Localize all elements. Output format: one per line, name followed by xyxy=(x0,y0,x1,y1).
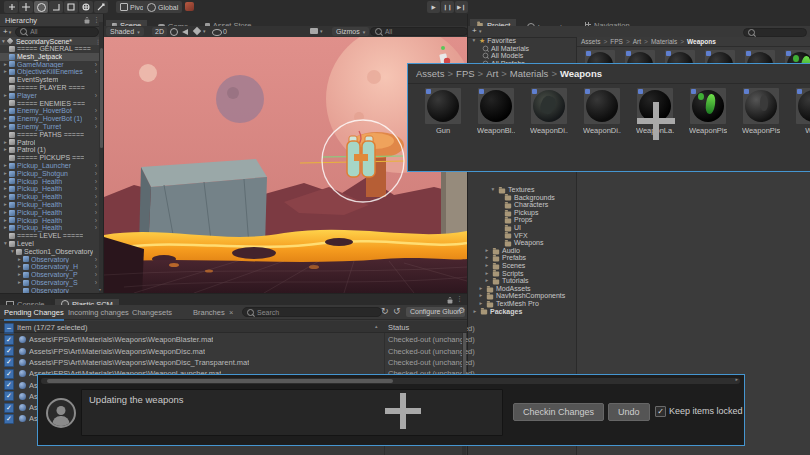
open-prefab-icon[interactable]: › xyxy=(95,217,97,225)
play-button[interactable]: ▶ xyxy=(427,1,440,13)
hierarchy-item[interactable]: ▸Pickup_Health› xyxy=(0,224,99,232)
open-prefab-icon[interactable]: › xyxy=(95,224,97,232)
breadcrumb-item[interactable]: Weapons xyxy=(687,38,716,45)
favorite-item[interactable]: All Models xyxy=(468,52,576,60)
foldout-icon[interactable]: ▸ xyxy=(2,162,9,170)
hierarchy-search-input[interactable]: All xyxy=(15,27,99,37)
folder-item[interactable]: Backgrounds xyxy=(468,194,576,202)
hierarchy-item[interactable]: ▸Pickup_Health› xyxy=(0,201,99,209)
refresh-icon[interactable]: ↻ xyxy=(381,306,389,316)
view-branches[interactable]: Branches xyxy=(193,308,225,317)
foldout-icon[interactable]: ▸ xyxy=(2,185,9,193)
pause-button[interactable]: ❙❙ xyxy=(441,1,454,13)
breadcrumb-item[interactable]: Assets xyxy=(581,38,601,45)
folder-item[interactable]: Weapons xyxy=(468,239,576,247)
table-row[interactable]: ✓Assets\FPS\Art\Materials\Weapons\Weapon… xyxy=(0,346,467,357)
foldout-icon[interactable]: ▸ xyxy=(2,107,9,115)
add-object-button[interactable]: + xyxy=(3,27,8,36)
undo-icon[interactable]: ↺ xyxy=(393,306,401,316)
foldout-icon[interactable]: ▸ xyxy=(2,115,9,123)
row-checkbox[interactable]: ✓ xyxy=(4,380,14,390)
hierarchy-scrollbar[interactable]: ▾ xyxy=(99,22,103,293)
open-prefab-icon[interactable]: › xyxy=(95,68,97,76)
foldout-icon[interactable]: ▸ xyxy=(2,68,9,76)
row-checkbox[interactable]: ✓ xyxy=(4,403,14,413)
step-button[interactable]: ▶❙ xyxy=(455,1,468,13)
foldout-icon[interactable]: ▸ xyxy=(2,224,9,232)
scroll-right-icon[interactable]: ▸ xyxy=(735,376,738,382)
hierarchy-item[interactable]: ▸Enemy_Turret› xyxy=(0,123,99,131)
favorite-item[interactable]: All Materials xyxy=(468,45,576,53)
global-button[interactable]: Global xyxy=(143,1,182,13)
hierarchy-item[interactable]: ▸Observatory_P› xyxy=(0,271,99,279)
folder-item[interactable]: ▸Scenes xyxy=(468,262,576,270)
lock-icon[interactable] xyxy=(448,300,453,304)
folder-item[interactable]: ▸TextMesh Pro xyxy=(468,300,576,308)
hierarchy-item[interactable]: ▸Patrol xyxy=(0,139,99,147)
lighting-toggle-icon[interactable] xyxy=(170,28,178,36)
favorites-root[interactable]: ▾ ★ Favorites xyxy=(468,37,576,45)
hierarchy-item[interactable]: ▸Pickup_Health› xyxy=(0,209,99,217)
breadcrumb-item[interactable]: Assets xyxy=(416,68,445,79)
foldout-icon[interactable]: ▸ xyxy=(2,209,9,217)
breadcrumb-item[interactable]: Art xyxy=(633,38,641,45)
folder-item[interactable]: ▸ModAssets xyxy=(468,285,576,293)
folder-item[interactable]: Props xyxy=(468,216,576,224)
foldout-icon[interactable]: ▸ xyxy=(16,263,23,271)
folder-item[interactable]: ▸NavMeshComponents xyxy=(468,292,576,300)
scene-header-row[interactable]: ▾ SecondaryScene* ⋮ xyxy=(0,37,103,45)
hierarchy-item[interactable]: ===== PICKUPS === xyxy=(0,154,99,162)
hierarchy-item[interactable]: ▸Pickup_Health› xyxy=(0,178,99,186)
foldout-icon[interactable]: ▸ xyxy=(2,201,9,209)
hierarchy-item[interactable]: ▾Level xyxy=(0,240,99,248)
breadcrumb-item[interactable]: FPS xyxy=(610,38,623,45)
open-prefab-icon[interactable]: › xyxy=(95,123,97,131)
camera-caret-icon[interactable]: ▾ xyxy=(320,28,323,34)
open-prefab-icon[interactable]: › xyxy=(95,107,97,115)
hierarchy-item[interactable]: ▸Pickup_Health› xyxy=(0,185,99,193)
open-prefab-icon[interactable]: › xyxy=(95,201,97,209)
scene-visibility-icon[interactable] xyxy=(212,29,222,36)
foldout-icon[interactable]: ▸ xyxy=(16,271,23,279)
material-tile[interactable]: WeaponBl... xyxy=(477,88,515,135)
row-checkbox[interactable]: ✓ xyxy=(4,335,14,345)
view-changesets[interactable]: Changesets xyxy=(132,308,172,317)
open-prefab-icon[interactable]: › xyxy=(95,256,97,264)
foldout-icon[interactable]: ▸ xyxy=(484,270,490,278)
effects-dropdown-icon[interactable] xyxy=(193,27,201,35)
folder-item[interactable]: ▸Prefabs xyxy=(468,254,576,262)
view-pending-changes[interactable]: Pending Changes xyxy=(4,308,64,321)
open-prefab-icon[interactable]: › xyxy=(95,263,97,271)
project-search-input[interactable] xyxy=(743,28,807,37)
lock-icon[interactable] xyxy=(85,20,90,24)
2d-toggle[interactable]: 2D xyxy=(152,27,167,36)
rect-tool[interactable] xyxy=(64,1,78,13)
comment-input[interactable]: Updating the weapons xyxy=(81,389,503,436)
foldout-icon[interactable]: ▸ xyxy=(2,170,9,178)
add-asset-button[interactable]: + xyxy=(472,26,477,35)
open-prefab-icon[interactable]: › xyxy=(95,178,97,186)
foldout-icon[interactable]: ▸ xyxy=(478,292,484,300)
hierarchy-item[interactable]: EventSystem xyxy=(0,76,99,84)
open-prefab-icon[interactable]: › xyxy=(95,271,97,279)
folder-item[interactable]: ▸Packages xyxy=(468,308,576,316)
open-prefab-icon[interactable]: › xyxy=(95,279,97,287)
breadcrumb-item[interactable]: Materials xyxy=(510,68,549,79)
material-tile[interactable]: We... xyxy=(795,88,810,135)
foldout-icon[interactable]: ▸ xyxy=(2,193,9,201)
folder-item[interactable]: ▸Tutorials xyxy=(468,277,576,285)
table-row[interactable]: ✓Assets\FPS\Art\Materials\Weapons\Weapon… xyxy=(0,357,467,368)
open-prefab-icon[interactable]: › xyxy=(95,61,97,69)
rotate-tool[interactable] xyxy=(34,1,48,13)
hierarchy-item[interactable]: ===== LEVEL ===== xyxy=(0,232,99,240)
move-tool[interactable] xyxy=(19,1,33,13)
folder-item[interactable]: VFX xyxy=(468,232,576,240)
hierarchy-item[interactable]: ===== PATHS ===== xyxy=(0,131,99,139)
foldout-icon[interactable]: ▸ xyxy=(2,217,9,225)
effects-caret-icon[interactable]: ▾ xyxy=(203,28,206,34)
foldout-icon[interactable]: ▸ xyxy=(2,139,9,147)
hierarchy-item[interactable]: ▸Observatory› xyxy=(0,256,99,264)
folder-item[interactable]: ▸Audio xyxy=(468,247,576,255)
open-prefab-icon[interactable]: › xyxy=(95,162,97,170)
row-checkbox[interactable]: ✓ xyxy=(4,357,14,367)
